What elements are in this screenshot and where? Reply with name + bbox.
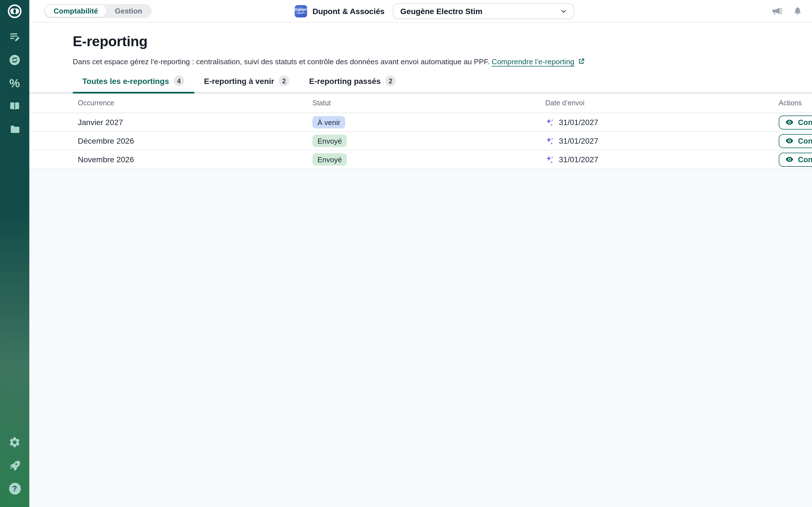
- date-cell: 31/01/2027: [545, 136, 779, 146]
- tabs: Toutes les e-reportings 4 E-reporting à …: [29, 75, 812, 94]
- company-selector[interactable]: Geugène Electro Stim: [393, 3, 574, 19]
- table-header: Occurrence Statut Date d’envoi Actions: [29, 94, 812, 113]
- bell-icon[interactable]: [792, 6, 803, 16]
- toggle-comptabilite[interactable]: Comptabilité: [45, 5, 106, 17]
- consult-button[interactable]: Consulter: [779, 115, 812, 129]
- tab-count-badge: 2: [385, 75, 396, 86]
- tab-upcoming-ereportings[interactable]: E-reporting à venir 2: [195, 75, 300, 94]
- occurrence-cell: Décembre 2026: [78, 136, 312, 145]
- firm-name: Dupont & Associés: [312, 6, 385, 15]
- toggle-gestion[interactable]: Gestion: [106, 5, 151, 17]
- col-date: Date d’envoi: [545, 99, 779, 107]
- company-selector-value: Geugène Electro Stim: [400, 6, 483, 15]
- status-badge: Envoyé: [312, 135, 347, 147]
- col-status: Statut: [312, 99, 545, 107]
- tab-all-ereportings[interactable]: Toutes les e-reportings 4: [73, 75, 195, 94]
- ai-sparkle-icon: [545, 136, 555, 146]
- table-row: Janvier 2027 À venir 31/01/2027: [29, 113, 812, 132]
- percent-icon[interactable]: %: [8, 76, 21, 89]
- chevron-down-icon: [560, 8, 567, 14]
- table-row: Novembre 2026 Envoyé 31/01/2027: [29, 151, 812, 169]
- table-row: Décembre 2026 Envoyé 31/01/2027: [29, 132, 812, 151]
- page-description: Dans cet espace gérez l'e-reporting : ce…: [73, 57, 812, 66]
- understand-ereporting-link[interactable]: Comprendre l’e-reporting: [492, 57, 585, 66]
- tab-count-badge: 4: [174, 75, 185, 86]
- eye-icon: [785, 118, 794, 127]
- mode-toggle: Comptabilité Gestion: [44, 4, 152, 18]
- rocket-icon[interactable]: [8, 459, 21, 471]
- empty-area: [29, 169, 812, 507]
- book-icon[interactable]: [8, 100, 21, 112]
- col-occurrence: Occurrence: [78, 99, 312, 107]
- firm-logo: D Dupont & associés: [294, 5, 307, 17]
- date-cell: 31/01/2027: [545, 155, 779, 164]
- status-badge: Envoyé: [312, 153, 347, 166]
- e-reporting-page: E-reporting Dans cet espace gérez l'e-re…: [29, 22, 812, 507]
- pennylane-logo[interactable]: [7, 0, 22, 22]
- tab-count-badge: 2: [279, 75, 290, 86]
- tab-past-ereportings[interactable]: E-reporting passés 2: [300, 75, 406, 94]
- topbar: Comptabilité Gestion D Dupont & associés…: [29, 0, 812, 22]
- occurrence-cell: Novembre 2026: [78, 155, 312, 164]
- ai-sparkle-icon: [545, 117, 555, 127]
- eye-icon: [785, 155, 794, 164]
- ai-sparkle-icon: [545, 155, 555, 164]
- eye-icon: [785, 136, 794, 145]
- col-actions: Actions: [779, 99, 812, 107]
- date-cell: 31/01/2027: [545, 117, 779, 127]
- settings-gear-icon[interactable]: [8, 436, 21, 448]
- external-link-icon: [577, 57, 585, 65]
- occurrence-cell: Janvier 2027: [78, 118, 312, 127]
- status-badge: À venir: [312, 116, 345, 128]
- consult-button[interactable]: Consulter: [779, 152, 812, 166]
- megaphone-icon[interactable]: [771, 5, 783, 17]
- help-icon[interactable]: ?: [8, 482, 21, 495]
- folder-icon[interactable]: [8, 123, 21, 135]
- sidebar: %: [0, 0, 29, 507]
- consult-button[interactable]: Consulter: [779, 134, 812, 148]
- journal-edit-icon[interactable]: [8, 31, 21, 43]
- sync-icon[interactable]: [8, 54, 21, 66]
- page-title: E-reporting: [73, 33, 812, 50]
